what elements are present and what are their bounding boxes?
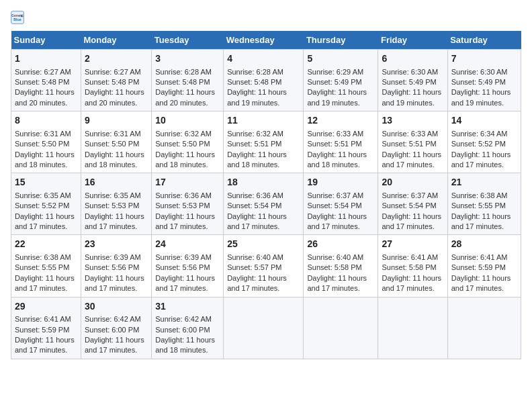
sunrise-text: Sunrise: 6:41 AM: [15, 315, 71, 323]
weekday-header-saturday: Saturday: [447, 31, 521, 50]
weekday-header-friday: Friday: [378, 31, 447, 50]
sunset-text: Sunset: 5:58 PM: [382, 263, 436, 271]
calendar-cell: 29Sunrise: 6:41 AMSunset: 5:59 PMDayligh…: [11, 297, 81, 359]
day-number: 23: [85, 238, 148, 251]
calendar-cell: 11Sunrise: 6:32 AMSunset: 5:51 PMDayligh…: [224, 111, 304, 173]
day-number: 6: [382, 52, 443, 66]
sunrise-text: Sunrise: 6:38 AM: [451, 191, 508, 199]
sunset-text: Sunset: 5:52 PM: [451, 140, 506, 148]
day-number: 16: [85, 176, 148, 189]
calendar-table: SundayMondayTuesdayWednesdayThursdayFrid…: [11, 31, 521, 359]
sunset-text: Sunset: 5:58 PM: [307, 263, 361, 271]
weekday-header-tuesday: Tuesday: [152, 31, 224, 50]
daylight-text: Daylight: 11 hours and 17 minutes.: [15, 212, 75, 230]
sunrise-text: Sunrise: 6:31 AM: [85, 130, 141, 138]
calendar-cell: 3Sunrise: 6:28 AMSunset: 5:48 PMDaylight…: [152, 50, 224, 111]
sunrise-text: Sunrise: 6:42 AM: [85, 315, 141, 323]
sunrise-text: Sunrise: 6:38 AM: [15, 253, 71, 261]
daylight-text: Daylight: 11 hours and 17 minutes.: [307, 212, 367, 230]
calendar-cell: 18Sunrise: 6:36 AMSunset: 5:54 PMDayligh…: [224, 173, 304, 235]
day-number: 29: [15, 300, 77, 314]
daylight-text: Daylight: 11 hours and 20 minutes.: [85, 88, 144, 106]
calendar-cell: [378, 297, 447, 359]
calendar-cell: 15Sunrise: 6:35 AMSunset: 5:52 PMDayligh…: [11, 173, 81, 235]
sunrise-text: Sunrise: 6:39 AM: [85, 253, 141, 261]
calendar-cell: 14Sunrise: 6:34 AMSunset: 5:52 PMDayligh…: [447, 111, 521, 173]
sunrise-text: Sunrise: 6:34 AM: [451, 130, 508, 138]
daylight-text: Daylight: 11 hours and 17 minutes.: [155, 212, 215, 230]
sunrise-text: Sunrise: 6:30 AM: [382, 68, 438, 76]
calendar-cell: 9Sunrise: 6:31 AMSunset: 5:50 PMDaylight…: [81, 111, 151, 173]
daylight-text: Daylight: 11 hours and 18 minutes.: [85, 150, 144, 169]
calendar-cell: 28Sunrise: 6:41 AMSunset: 5:59 PMDayligh…: [447, 235, 521, 297]
daylight-text: Daylight: 11 hours and 17 minutes.: [85, 212, 144, 230]
calendar-cell: 25Sunrise: 6:40 AMSunset: 5:57 PMDayligh…: [224, 235, 304, 297]
weekday-header-wednesday: Wednesday: [224, 31, 304, 50]
sunrise-text: Sunrise: 6:32 AM: [155, 130, 212, 138]
calendar-cell: 10Sunrise: 6:32 AMSunset: 5:50 PMDayligh…: [152, 111, 224, 173]
day-number: 30: [85, 300, 148, 314]
calendar-cell: 12Sunrise: 6:33 AMSunset: 5:51 PMDayligh…: [304, 111, 378, 173]
day-number: 4: [227, 52, 300, 66]
day-number: 20: [382, 176, 443, 189]
daylight-text: Daylight: 11 hours and 17 minutes.: [155, 274, 215, 292]
sunrise-text: Sunrise: 6:37 AM: [382, 191, 438, 199]
daylight-text: Daylight: 11 hours and 20 minutes.: [15, 88, 75, 106]
day-number: 14: [451, 114, 517, 128]
calendar-cell: 2Sunrise: 6:27 AMSunset: 5:48 PMDaylight…: [81, 50, 151, 111]
daylight-text: Daylight: 11 hours and 19 minutes.: [451, 88, 511, 106]
sunset-text: Sunset: 5:51 PM: [382, 140, 436, 148]
day-number: 9: [85, 114, 148, 128]
sunset-text: Sunset: 5:48 PM: [155, 78, 210, 86]
sunset-text: Sunset: 5:49 PM: [307, 78, 361, 86]
calendar-cell: 22Sunrise: 6:38 AMSunset: 5:55 PMDayligh…: [11, 235, 81, 297]
day-number: 28: [451, 238, 517, 251]
sunset-text: Sunset: 6:00 PM: [155, 326, 210, 334]
calendar-cell: 24Sunrise: 6:39 AMSunset: 5:56 PMDayligh…: [152, 235, 224, 297]
sunset-text: Sunset: 5:54 PM: [227, 201, 281, 210]
day-number: 25: [227, 238, 300, 251]
daylight-text: Daylight: 11 hours and 19 minutes.: [307, 88, 367, 106]
sunset-text: Sunset: 5:50 PM: [155, 140, 210, 148]
daylight-text: Daylight: 11 hours and 18 minutes.: [307, 150, 367, 169]
daylight-text: Daylight: 11 hours and 18 minutes.: [155, 150, 215, 169]
sunrise-text: Sunrise: 6:32 AM: [227, 130, 283, 138]
calendar-cell: 27Sunrise: 6:41 AMSunset: 5:58 PMDayligh…: [378, 235, 447, 297]
sunrise-text: Sunrise: 6:27 AM: [85, 68, 141, 76]
calendar-cell: 5Sunrise: 6:29 AMSunset: 5:49 PMDaylight…: [304, 50, 378, 111]
sunset-text: Sunset: 5:59 PM: [451, 263, 506, 271]
calendar-cell: 1Sunrise: 6:27 AMSunset: 5:48 PMDaylight…: [11, 50, 81, 111]
day-number: 5: [307, 52, 374, 66]
logo: General Blue: [11, 11, 26, 24]
calendar-cell: 17Sunrise: 6:36 AMSunset: 5:53 PMDayligh…: [152, 173, 224, 235]
day-number: 27: [382, 238, 443, 251]
sunrise-text: Sunrise: 6:36 AM: [155, 191, 212, 199]
day-number: 11: [227, 114, 300, 128]
daylight-text: Daylight: 11 hours and 17 minutes.: [227, 212, 287, 230]
sunset-text: Sunset: 5:54 PM: [307, 201, 361, 210]
sunrise-text: Sunrise: 6:35 AM: [85, 191, 141, 199]
sunset-text: Sunset: 5:49 PM: [382, 78, 436, 86]
day-number: 2: [85, 52, 148, 66]
sunrise-text: Sunrise: 6:28 AM: [155, 68, 212, 76]
sunset-text: Sunset: 5:52 PM: [15, 201, 69, 210]
sunset-text: Sunset: 5:57 PM: [227, 263, 281, 271]
sunset-text: Sunset: 5:51 PM: [307, 140, 361, 148]
svg-text:Blue: Blue: [13, 17, 21, 21]
calendar-week-row: 8Sunrise: 6:31 AMSunset: 5:50 PMDaylight…: [11, 111, 521, 173]
day-number: 19: [307, 176, 374, 189]
calendar-cell: 19Sunrise: 6:37 AMSunset: 5:54 PMDayligh…: [304, 173, 378, 235]
daylight-text: Daylight: 11 hours and 17 minutes.: [15, 274, 75, 292]
calendar-cell: 16Sunrise: 6:35 AMSunset: 5:53 PMDayligh…: [81, 173, 151, 235]
daylight-text: Daylight: 11 hours and 18 minutes.: [227, 150, 287, 169]
calendar-cell: 7Sunrise: 6:30 AMSunset: 5:49 PMDaylight…: [447, 50, 521, 111]
daylight-text: Daylight: 11 hours and 18 minutes.: [15, 150, 75, 169]
daylight-text: Daylight: 11 hours and 18 minutes.: [155, 336, 215, 354]
day-number: 1: [15, 52, 77, 66]
calendar-cell: 23Sunrise: 6:39 AMSunset: 5:56 PMDayligh…: [81, 235, 151, 297]
sunrise-text: Sunrise: 6:37 AM: [307, 191, 363, 199]
day-number: 3: [155, 52, 220, 66]
calendar-cell: 6Sunrise: 6:30 AMSunset: 5:49 PMDaylight…: [378, 50, 447, 111]
calendar-cell: [304, 297, 378, 359]
calendar-cell: 21Sunrise: 6:38 AMSunset: 5:55 PMDayligh…: [447, 173, 521, 235]
